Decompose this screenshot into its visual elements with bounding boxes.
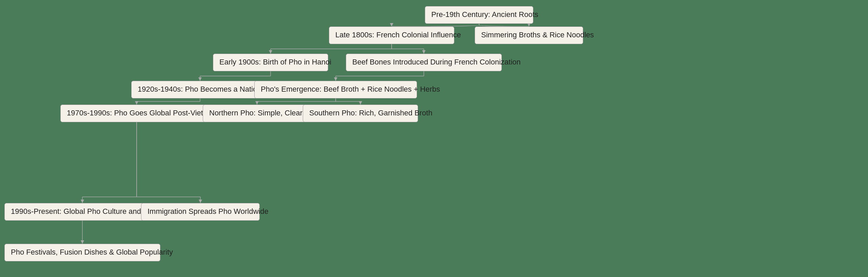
svg-marker-31 xyxy=(81,200,84,203)
svg-marker-37 xyxy=(81,240,84,244)
svg-marker-35 xyxy=(199,200,202,203)
svg-marker-15 xyxy=(334,77,337,81)
node-n8: 1970s-1990s: Pho Goes Global Post-Vietna… xyxy=(60,105,213,122)
node-n9: Northern Pho: Simple, Clear Broth xyxy=(203,105,311,122)
svg-marker-7 xyxy=(422,50,426,54)
node-n10: Southern Pho: Rich, Garnished Broth xyxy=(303,105,418,122)
node-n3: Simmering Broths & Rice Noodles xyxy=(475,26,583,44)
svg-marker-38 xyxy=(390,23,393,26)
svg-marker-27 xyxy=(359,101,362,105)
node-n5: Beef Bones Introduced During French Colo… xyxy=(346,54,502,71)
node-n2: Late 1800s: French Colonial Influence xyxy=(329,26,454,44)
node-n4: Early 1900s: Birth of Pho in Hanoi xyxy=(213,54,328,71)
node-n12: Immigration Spreads Pho Worldwide xyxy=(141,203,260,221)
node-n6: 1920s-1940s: Pho Becomes a National Dish xyxy=(131,81,269,98)
node-n7: Pho's Emergence: Beef Broth + Rice Noodl… xyxy=(254,81,417,98)
svg-marker-3 xyxy=(269,50,272,54)
node-n11: 1990s-Present: Global Pho Culture and Va… xyxy=(4,203,160,221)
svg-marker-19 xyxy=(135,101,138,105)
svg-marker-11 xyxy=(198,77,202,81)
diagram-container: Pre-19th Century: Ancient RootsLate 1800… xyxy=(0,0,868,277)
svg-marker-23 xyxy=(255,101,259,105)
node-n1: Pre-19th Century: Ancient Roots xyxy=(425,6,533,24)
node-n13: Pho Festivals, Fusion Dishes & Global Po… xyxy=(4,244,160,261)
